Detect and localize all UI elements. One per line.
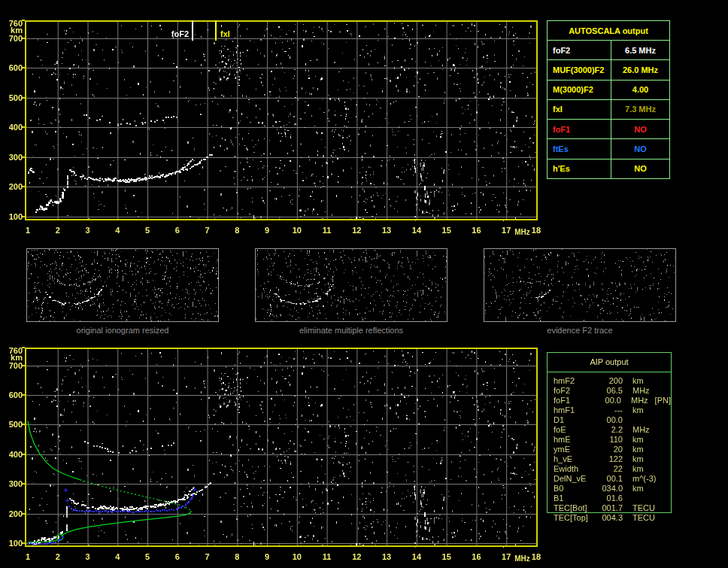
aip-value: 004.3 <box>596 513 623 523</box>
aip-unit: km <box>632 454 644 464</box>
aip-value: 00.0 <box>596 415 623 425</box>
autoscala-row-fof2: foF26.5 MHz <box>548 41 669 60</box>
aip-label: B0 <box>554 484 596 494</box>
aip-unit: MHz <box>631 396 648 405</box>
aip-row-b0: B0034.0km <box>554 484 671 494</box>
autoscala-label: h'Es <box>548 159 611 178</box>
autoscala-window: { "title": "Rome (lat: +41.8, lon: 012.5… <box>0 0 728 568</box>
thumbnail-caption-evidence: evidence F2 trace <box>484 326 676 335</box>
aip-label: foE <box>554 425 596 435</box>
aip-label: TEC[Bot] <box>554 503 596 513</box>
aip-row-hme: hmE110km <box>554 435 671 445</box>
aip-value: 2.2 <box>596 425 623 435</box>
aip-value: 20 <box>596 445 623 454</box>
aip-row-hmf1: hmF1---km <box>554 405 671 415</box>
autoscala-row-m3000f2: M(3000)F24.00 <box>548 80 669 100</box>
autoscala-row-fof1: foF1NO <box>548 120 669 139</box>
thumbnail-caption-eliminate: eliminate multiple reflections <box>255 326 447 335</box>
aip-label: ymE <box>554 445 596 454</box>
aip-row-tecbot: TEC[Bot]001.7TECU <box>554 503 671 513</box>
aip-value: 00.0 <box>595 396 621 405</box>
aip-row-hve: h_vE122km <box>554 454 671 464</box>
thumbnail-eliminate-canvas <box>256 249 447 321</box>
aip-row-delnve: DelN_vE00.1m^(-3) <box>554 474 671 484</box>
bottom-ionogram-canvas <box>0 337 549 568</box>
top-ionogram-canvas <box>0 0 549 238</box>
aip-unit: MHz <box>632 425 650 435</box>
autoscala-label: fxI <box>548 100 611 119</box>
aip-value: 110 <box>596 435 623 445</box>
aip-value: 122 <box>596 454 623 464</box>
autoscala-label: MUF(3000)F2 <box>548 60 611 79</box>
aip-row-hmf2: hmF2200km <box>554 376 671 386</box>
autoscala-value: 4.00 <box>611 80 669 99</box>
aip-unit: km <box>632 405 644 415</box>
aip-unit: TECU <box>632 503 655 513</box>
aip-label: Ewidth <box>554 464 596 474</box>
aip-unit: km <box>632 376 644 386</box>
autoscala-value: NO <box>611 159 669 178</box>
autoscala-table-header: AUTOSCALA output <box>548 21 669 41</box>
aip-label: hmF2 <box>554 376 596 386</box>
thumbnail-caption-original: original ionogram resized <box>26 326 219 335</box>
thumbnail-original-canvas <box>27 249 218 321</box>
thumbnail-original-ionogram <box>26 248 219 322</box>
autoscala-value: 26.0 MHz <box>611 60 669 79</box>
aip-label: hmE <box>554 435 596 445</box>
aip-label: h_vE <box>554 454 596 464</box>
aip-unit: km <box>632 445 644 454</box>
aip-label: D1 <box>554 415 596 425</box>
autoscala-label: ftEs <box>548 139 611 158</box>
aip-table-header: AIP output <box>548 353 671 372</box>
aip-label: foF2 <box>554 386 596 396</box>
autoscala-value: NO <box>611 139 669 158</box>
aip-row-b1: B101.6 <box>554 494 671 503</box>
aip-output-table: AIP output hmF2200kmfoF206.5MHzfoF100.0M… <box>547 352 672 513</box>
aip-unit: TECU <box>632 513 655 523</box>
autoscala-label: foF2 <box>548 41 611 59</box>
autoscala-value: 7.3 MHz <box>611 100 669 119</box>
aip-label: DelN_vE <box>554 474 596 484</box>
aip-value: 22 <box>596 464 623 474</box>
aip-unit: m^(-3) <box>632 474 656 484</box>
aip-value: 06.5 <box>596 386 623 396</box>
autoscala-row-fxi: fxI7.3 MHz <box>548 100 669 120</box>
aip-unit: km <box>632 484 644 494</box>
autoscala-row-hes: h'EsNO <box>548 159 669 178</box>
aip-label: hmF1 <box>554 405 596 415</box>
aip-row-yme: ymE20km <box>554 445 671 454</box>
thumbnail-eliminate-reflections <box>255 248 447 322</box>
aip-value: 200 <box>596 376 623 386</box>
aip-value: --- <box>596 405 623 415</box>
aip-unit: MHz <box>632 386 650 396</box>
aip-value: 01.6 <box>596 494 623 503</box>
aip-row-tectop: TEC[Top]004.3TECU <box>554 513 671 523</box>
thumbnail-evidence-f2 <box>484 248 676 322</box>
aip-row-foe: foE2.2MHz <box>554 425 671 435</box>
aip-unit: km <box>632 464 644 474</box>
aip-label: foF1 <box>554 396 595 405</box>
aip-row-d1: D100.0 <box>554 415 671 425</box>
autoscala-value: NO <box>611 120 669 138</box>
autoscala-row-muf3000f2: MUF(3000)F226.0 MHz <box>548 60 669 80</box>
autoscala-row-ftes: ftEsNO <box>548 139 669 159</box>
aip-label: TEC[Top] <box>554 513 596 523</box>
thumbnail-evidence-canvas <box>484 249 675 321</box>
autoscala-value: 6.5 MHz <box>611 41 669 59</box>
aip-row-fof1: foF100.0MHz[PN] <box>554 396 671 405</box>
aip-value: 034.0 <box>596 484 623 494</box>
aip-unit: km <box>632 435 644 445</box>
autoscala-label: foF1 <box>548 120 611 138</box>
aip-row-ewidth: Ewidth22km <box>554 464 671 474</box>
aip-label: B1 <box>554 494 596 503</box>
aip-extra: [PN] <box>655 396 671 405</box>
autoscala-label: M(3000)F2 <box>548 80 611 99</box>
autoscala-output-table: AUTOSCALA output foF26.5 MHzMUF(3000)F22… <box>547 20 670 179</box>
aip-value: 00.1 <box>596 474 623 484</box>
aip-table-rows: hmF2200kmfoF206.5MHzfoF100.0MHz[PN]hmF1-… <box>548 372 671 523</box>
aip-row-fof2: foF206.5MHz <box>554 386 671 396</box>
aip-value: 001.7 <box>596 503 623 513</box>
